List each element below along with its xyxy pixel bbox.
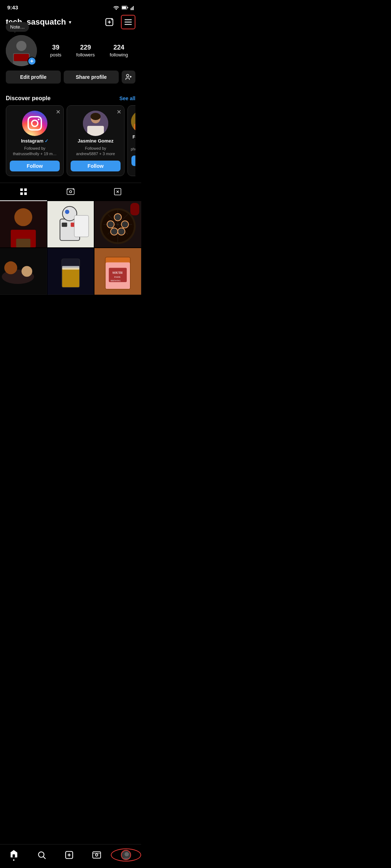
photo-cell-4[interactable] xyxy=(0,248,47,295)
reels-icon xyxy=(66,187,75,196)
svg-point-20 xyxy=(91,113,101,120)
status-bar: 9:43 xyxy=(0,0,141,13)
follow-jasmine-button[interactable]: Follow xyxy=(71,161,121,171)
photo-grid: SOUTH PARK BREWING xyxy=(0,201,141,295)
svg-rect-24 xyxy=(20,188,23,191)
status-icons xyxy=(113,5,134,10)
close-card-2-button[interactable]: ✕ xyxy=(117,109,121,115)
fernando-avatar-img xyxy=(131,111,135,132)
photo-cell-1[interactable] xyxy=(0,201,47,248)
grid-icon xyxy=(19,187,28,196)
header-icons xyxy=(102,15,135,29)
avatar-container[interactable]: Note… + xyxy=(6,35,37,66)
svg-point-29 xyxy=(70,191,72,193)
see-all-button[interactable]: See all xyxy=(119,95,135,101)
svg-rect-26 xyxy=(20,192,23,195)
svg-rect-13 xyxy=(14,54,29,61)
jasmine-avatar xyxy=(83,111,108,136)
note-bubble[interactable]: Note… xyxy=(6,22,29,32)
svg-rect-25 xyxy=(24,188,27,191)
discover-section: Discover people See all ✕ Instagram ✓ Fo… xyxy=(0,92,141,180)
instagram-sub: Followed by thatrussellholly + 19 m… xyxy=(13,146,57,157)
svg-rect-43 xyxy=(74,215,89,237)
photo-cell-2[interactable] xyxy=(47,201,94,248)
chevron-down-icon[interactable]: ▾ xyxy=(69,19,71,25)
edit-profile-button[interactable]: Edit profile xyxy=(6,71,61,84)
discover-header: Discover people See all xyxy=(6,95,135,102)
svg-rect-23 xyxy=(134,124,135,132)
add-person-button[interactable] xyxy=(122,71,135,84)
follow-instagram-button[interactable]: Follow xyxy=(10,161,60,171)
discover-card-fernando: Fernan… Follo… photosasqu… Fo… xyxy=(127,105,135,176)
photo-cell-5[interactable] xyxy=(47,248,94,295)
svg-rect-36 xyxy=(16,239,31,248)
discover-title: Discover people xyxy=(6,95,51,102)
svg-rect-63 xyxy=(62,268,79,287)
svg-rect-5 xyxy=(133,6,134,10)
fernando-sub: Follo… photosasqu… xyxy=(131,142,135,152)
phone-signal-icon xyxy=(130,5,134,10)
stats-row: 39 posts 229 followers 224 following xyxy=(43,44,135,58)
wifi-icon xyxy=(113,5,119,10)
menu-icon xyxy=(123,17,133,27)
svg-point-14 xyxy=(126,75,129,77)
following-stat[interactable]: 224 following xyxy=(110,44,128,58)
tab-tagged[interactable] xyxy=(94,183,141,201)
discover-scroll: ✕ Instagram ✓ Followed by thatrussellhol… xyxy=(6,105,135,180)
posts-label: posts xyxy=(50,52,62,58)
menu-button[interactable] xyxy=(121,15,135,29)
posts-count: 39 xyxy=(52,44,59,51)
svg-point-40 xyxy=(65,210,69,214)
svg-point-55 xyxy=(118,228,125,235)
tab-reels[interactable] xyxy=(47,183,94,201)
svg-text:PARK: PARK xyxy=(114,276,121,278)
svg-text:BREWING: BREWING xyxy=(111,280,121,282)
close-card-1-button[interactable]: ✕ xyxy=(56,109,60,115)
photo-cell-6[interactable]: SOUTH PARK BREWING xyxy=(94,248,141,295)
svg-rect-3 xyxy=(131,8,131,10)
tab-grid[interactable] xyxy=(0,183,47,201)
jasmine-avatar-img xyxy=(83,111,108,136)
svg-rect-1 xyxy=(122,6,126,9)
followers-stat[interactable]: 229 followers xyxy=(76,44,95,58)
instagram-name: Instagram ✓ xyxy=(21,138,49,144)
svg-point-34 xyxy=(14,208,32,226)
verified-badge-1: ✓ xyxy=(45,138,49,144)
photo-cell-3[interactable] xyxy=(94,201,141,248)
svg-rect-41 xyxy=(62,222,67,227)
profile-section: Note… + 39 posts 229 xyxy=(0,32,141,92)
action-buttons: Edit profile Share profile xyxy=(6,71,135,84)
following-label: following xyxy=(110,52,128,58)
svg-point-60 xyxy=(21,266,32,277)
battery-icon xyxy=(122,5,128,10)
follow-fernando-button[interactable]: Fo… xyxy=(131,156,135,166)
status-time: 9:43 xyxy=(7,4,18,10)
svg-point-54 xyxy=(111,228,118,235)
fernando-name: Fernan… xyxy=(133,135,135,140)
share-profile-button[interactable]: Share profile xyxy=(64,71,119,84)
svg-point-53 xyxy=(122,221,129,228)
svg-point-11 xyxy=(16,41,26,51)
grid-tabs xyxy=(0,183,141,201)
add-person-icon xyxy=(125,73,132,81)
followers-label: followers xyxy=(76,52,95,58)
jasmine-name: Jasmine Gomez xyxy=(78,138,114,144)
posts-stat[interactable]: 39 posts xyxy=(50,44,62,58)
new-post-icon xyxy=(105,17,114,27)
following-count: 224 xyxy=(113,44,124,51)
svg-point-51 xyxy=(114,213,122,221)
discover-card-jasmine: ✕ Jasmine Gomez Followed by andrew5887 +… xyxy=(67,105,125,176)
svg-text:SOUTH: SOUTH xyxy=(113,272,123,275)
svg-rect-64 xyxy=(62,266,79,270)
svg-rect-56 xyxy=(130,203,139,216)
new-post-button[interactable] xyxy=(102,15,117,29)
svg-rect-2 xyxy=(127,7,128,8)
svg-rect-28 xyxy=(67,189,74,195)
followers-count: 229 xyxy=(80,44,91,51)
svg-point-52 xyxy=(107,221,114,228)
svg-rect-27 xyxy=(24,192,27,195)
svg-rect-19 xyxy=(87,126,104,136)
profile-top: Note… + 39 posts 229 xyxy=(6,35,135,66)
jasmine-sub: Followed by andrew5887 + 3 more xyxy=(76,146,115,157)
add-story-button[interactable]: + xyxy=(28,57,36,65)
